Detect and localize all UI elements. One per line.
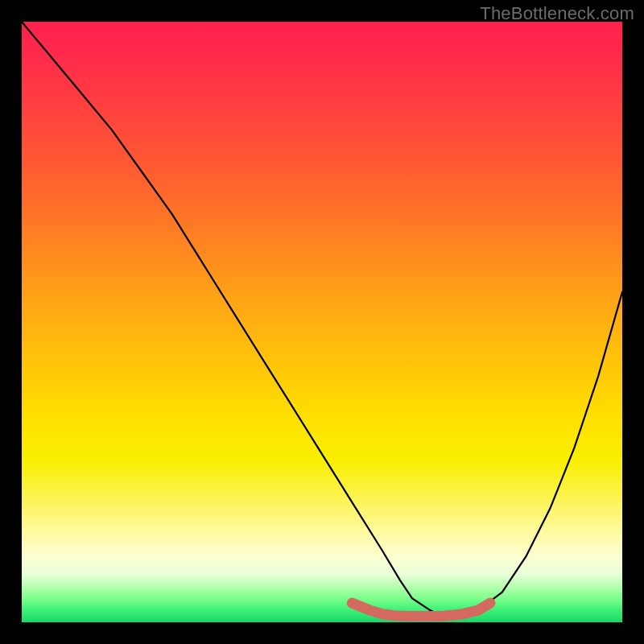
bottleneck-curve xyxy=(22,22,622,617)
plot-area xyxy=(22,22,622,622)
curve-layer xyxy=(22,22,622,622)
watermark-text: TheBottleneck.com xyxy=(480,3,634,24)
chart-frame: TheBottleneck.com xyxy=(0,0,644,644)
